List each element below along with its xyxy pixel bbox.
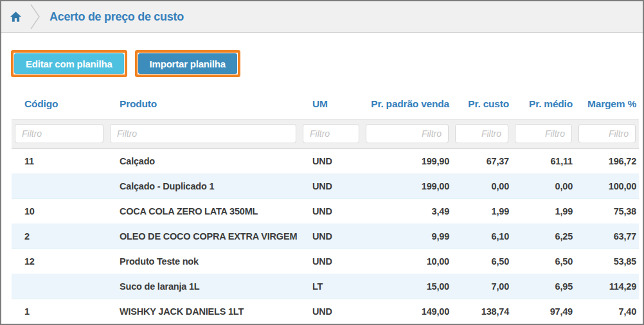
column-header-pr_medio[interactable]: Pr. médio: [512, 89, 575, 119]
cell-produto: WISHKY JACK DANIELS 1LT: [107, 299, 300, 324]
cell-pr_medio: 6,25: [512, 224, 575, 249]
cell-margem: 100,00: [575, 173, 639, 198]
cell-margem: 63,77: [575, 224, 639, 249]
cell-margem: 75,38: [575, 198, 639, 224]
cell-um: UND: [300, 249, 362, 274]
cell-codigo: 1: [12, 299, 107, 324]
cell-produto: COCA COLA ZERO LATA 350ML: [107, 198, 300, 224]
filter-input-produto[interactable]: [110, 124, 296, 143]
cell-pr_padrao_venda: 9,99: [362, 224, 452, 249]
filter-input-codigo[interactable]: [15, 124, 103, 143]
cell-pr_custo: 0,00: [452, 173, 512, 198]
column-header-codigo[interactable]: Código: [12, 89, 107, 119]
cell-pr_padrao_venda: 199,90: [362, 148, 452, 173]
cell-pr_padrao_venda: 10,00: [362, 249, 452, 274]
cell-produto: OLEO DE COCO COPRA EXTRA VIRGEM: [107, 224, 300, 249]
cell-codigo: [12, 173, 107, 198]
table-row[interactable]: Suco de laranja 1LLT15,007,006,95114,29: [12, 274, 639, 299]
import-spreadsheet-button[interactable]: Importar planilha: [138, 53, 237, 74]
cell-um: UND: [300, 299, 362, 324]
cell-pr_padrao_venda: 149,00: [362, 299, 452, 324]
cell-margem: 196,72: [575, 148, 639, 173]
cell-pr_custo: 6,50: [452, 249, 512, 274]
filter-cell-pr_medio: [512, 119, 575, 148]
cell-produto: Calçado: [107, 148, 300, 173]
cell-produto: Suco de laranja 1L: [107, 274, 300, 299]
cell-pr_custo: 7,00: [452, 274, 512, 299]
page-title: Acerto de preço de custo: [49, 10, 184, 24]
filter-cell-codigo: [12, 119, 107, 148]
cell-codigo: [12, 274, 107, 299]
breadcrumb-home-button[interactable]: [1, 12, 30, 22]
cell-pr_custo: 138,74: [452, 299, 512, 324]
table-row[interactable]: 1WISHKY JACK DANIELS 1LTUND149,00138,749…: [12, 299, 639, 324]
cell-produto: Produto Teste nok: [107, 249, 300, 274]
cell-codigo: 10: [12, 198, 107, 224]
products-table: CódigoProdutoUMPr. padrão vendaPr. custo…: [12, 89, 639, 324]
breadcrumb: Acerto de preço de custo: [1, 1, 643, 33]
cell-pr_padrao_venda: 15,00: [362, 274, 452, 299]
filter-input-pr_custo[interactable]: [455, 124, 508, 143]
table-row[interactable]: 11CalçadoUND199,9067,3761,11196,72: [12, 148, 639, 173]
cell-um: UND: [300, 224, 362, 249]
cell-pr_custo: 6,10: [452, 224, 512, 249]
cell-margem: 53,85: [575, 249, 639, 274]
filter-cell-pr_padrao_venda: [362, 119, 452, 148]
filter-cell-pr_custo: [452, 119, 512, 148]
home-icon: [10, 12, 21, 22]
edit-with-spreadsheet-button[interactable]: Editar com planilha: [14, 53, 124, 74]
column-header-um[interactable]: UM: [300, 89, 362, 119]
cell-margem: 7,40: [575, 299, 639, 324]
column-header-pr_padrao_venda[interactable]: Pr. padrão venda: [362, 89, 452, 119]
highlight-edit-button: Editar com planilha: [11, 50, 127, 77]
cell-codigo: 2: [12, 224, 107, 249]
filter-cell-produto: [107, 119, 300, 148]
filter-input-pr_medio[interactable]: [515, 124, 572, 143]
cell-pr_padrao_venda: 3,49: [362, 198, 452, 224]
column-header-produto[interactable]: Produto: [107, 89, 300, 119]
cell-pr_medio: 6,95: [512, 274, 575, 299]
table-filter-row: [12, 119, 639, 148]
table-header-row: CódigoProdutoUMPr. padrão vendaPr. custo…: [12, 89, 639, 119]
cell-um: UND: [300, 198, 362, 224]
filter-input-um[interactable]: [303, 124, 359, 143]
column-header-pr_custo[interactable]: Pr. custo: [452, 89, 512, 119]
cell-um: LT: [300, 274, 362, 299]
filter-input-margem[interactable]: [578, 124, 636, 143]
cell-codigo: 12: [12, 249, 107, 274]
cell-pr_medio: 61,11: [512, 148, 575, 173]
filter-cell-um: [300, 119, 362, 148]
cell-pr_custo: 67,37: [452, 148, 512, 173]
chevron-right-icon: [30, 3, 41, 30]
cell-margem: 114,29: [575, 274, 639, 299]
app-window: Acerto de preço de custo Editar com plan…: [0, 0, 644, 325]
column-header-margem[interactable]: Margem %: [575, 89, 639, 119]
table-row[interactable]: Calçado - Duplicado 1UND199,000,000,0010…: [12, 173, 639, 198]
highlight-import-button: Importar planilha: [135, 50, 240, 77]
table-body: 11CalçadoUND199,9067,3761,11196,72Calçad…: [12, 148, 639, 324]
cell-produto: Calçado - Duplicado 1: [107, 173, 300, 198]
filter-input-pr_padrao_venda[interactable]: [366, 124, 449, 143]
table-row[interactable]: 12Produto Teste nokUND10,006,506,5053,85: [12, 249, 639, 274]
cell-pr_medio: 6,50: [512, 249, 575, 274]
table-row[interactable]: 10COCA COLA ZERO LATA 350MLUND3,491,991,…: [12, 198, 639, 224]
cell-pr_medio: 0,00: [512, 173, 575, 198]
filter-cell-margem: [575, 119, 639, 148]
cell-um: UND: [300, 148, 362, 173]
cell-codigo: 11: [12, 148, 107, 173]
cell-pr_custo: 1,99: [452, 198, 512, 224]
cell-pr_medio: 1,99: [512, 198, 575, 224]
cell-pr_padrao_venda: 199,00: [362, 173, 452, 198]
toolbar: Editar com planilha Importar planilha: [11, 50, 643, 77]
cell-pr_medio: 97,49: [512, 299, 575, 324]
table-row[interactable]: 2OLEO DE COCO COPRA EXTRA VIRGEMUND9,996…: [12, 224, 639, 249]
cell-um: UND: [300, 173, 362, 198]
